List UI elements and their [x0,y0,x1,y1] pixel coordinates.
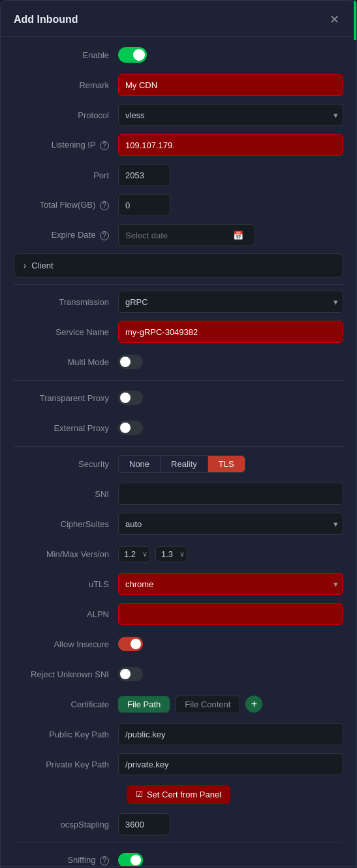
certificate-buttons: File Path File Content + [118,696,262,713]
port-row: Port [14,163,343,187]
modal-header: Add Inbound ✕ [1,1,356,37]
transmission-label: Transmission [14,297,118,307]
protocol-select[interactable]: vless [118,104,343,126]
modal-title: Add Inbound [14,14,78,25]
reject-unknown-sni-label: Reject Unknown SNI [14,669,118,679]
public-key-path-row: Public Key Path [14,722,343,746]
min-version-select[interactable]: 1.2 1.3 [118,546,150,562]
sniffing-toggle[interactable] [118,853,143,866]
remark-row: Remark [14,73,343,97]
listening-ip-label: Listening IP ? [14,140,118,150]
private-key-label: Private Key Path [14,760,118,769]
protocol-label: Protocol [14,110,118,120]
min-version-wrap: 1.2 1.3 [118,546,150,562]
ocsp-input[interactable] [118,813,170,835]
sni-input[interactable] [118,483,343,505]
security-tls-button[interactable]: TLS [208,456,245,472]
transparent-proxy-toggle[interactable] [118,391,143,405]
utls-label: uTLS [14,579,118,589]
listening-ip-info-icon: ? [100,141,109,150]
set-cert-label: Set Cert from Panel [147,790,221,799]
remark-input[interactable] [118,74,343,96]
private-key-input[interactable] [118,753,343,775]
external-proxy-row: External Proxy [14,416,343,440]
certificate-label: Certificate [14,699,118,709]
total-flow-label: Total Flow(GB) ? [14,200,118,210]
alpn-label: ALPN [14,609,118,619]
file-path-button[interactable]: File Path [118,696,170,713]
sniffing-info-icon: ? [100,856,109,865]
cipher-suites-label: CipherSuites [14,519,118,529]
add-inbound-modal: Add Inbound ✕ Enable Remark Protocol vle… [0,0,357,868]
allow-insecure-toggle[interactable] [118,637,143,651]
calendar-icon: 📅 [233,231,243,240]
enable-label: Enable [14,50,118,60]
protocol-row: Protocol vless ▾ [14,103,343,127]
service-name-label: Service Name [14,327,118,337]
ocsp-row: ocspStapling [14,812,343,836]
alpn-row: ALPN [14,602,343,626]
security-none-button[interactable]: None [119,456,160,472]
transparent-proxy-row: Transparent Proxy [14,386,343,410]
modal-close-button[interactable]: ✕ [326,11,343,28]
max-version-select[interactable]: 1.3 1.2 [155,546,187,562]
reject-unknown-sni-toggle[interactable] [118,667,143,681]
expire-date-label: Expire Date ? [14,230,118,240]
security-label: Security [14,459,118,469]
set-cert-row: ☑ Set Cert from Panel [14,782,343,806]
client-section: › Client [14,253,343,278]
remark-label: Remark [14,80,118,90]
alpn-input[interactable] [118,603,343,625]
listening-ip-input[interactable] [118,134,343,156]
external-proxy-toggle[interactable] [118,421,143,435]
cert-add-button[interactable]: + [245,696,262,713]
version-controls: 1.2 1.3 1.3 1.2 [118,546,187,562]
client-chevron-icon: › [23,261,26,270]
transmission-select[interactable]: gRPC [118,291,343,313]
sni-row: SNI [14,482,343,506]
checkbox-icon: ☑ [136,790,143,799]
total-flow-row: Total Flow(GB) ? [14,193,343,217]
total-flow-input[interactable] [118,194,170,216]
ocsp-label: ocspStapling [14,820,118,829]
transparent-proxy-label: Transparent Proxy [14,393,118,403]
transmission-row: Transmission gRPC ▾ [14,290,343,313]
security-reality-button[interactable]: Reality [160,456,208,472]
modal-body: Enable Remark Protocol vless ▾ Liste [1,37,356,866]
reject-unknown-sni-row: Reject Unknown SNI [14,662,343,686]
min-max-version-row: Min/Max Version 1.2 1.3 1.3 1.2 [14,542,343,566]
service-name-input[interactable] [118,321,343,343]
utls-row: uTLS chrome ▾ [14,572,343,596]
green-accent-bar [354,1,356,40]
allow-insecure-row: Allow Insecure [14,632,343,656]
allow-insecure-label: Allow Insecure [14,639,118,649]
enable-row: Enable [14,43,343,67]
service-name-row: Service Name [14,320,343,344]
multi-mode-label: Multi Mode [14,357,118,367]
port-label: Port [14,170,118,180]
sni-label: SNI [14,489,118,499]
cipher-suites-select[interactable]: auto [118,513,343,535]
sniffing-label: Sniffing ? [14,855,118,865]
protocol-select-wrap: vless ▾ [118,104,343,126]
min-max-label: Min/Max Version [14,549,118,559]
set-cert-button[interactable]: ☑ Set Cert from Panel [127,785,230,804]
multi-mode-toggle[interactable] [118,355,143,369]
enable-toggle[interactable] [118,47,147,63]
file-content-button[interactable]: File Content [175,696,240,713]
listening-ip-row: Listening IP ? [14,133,343,157]
expire-date-info-icon: ? [100,231,109,240]
total-flow-info-icon: ? [100,201,109,210]
utls-select-wrap: chrome ▾ [118,573,343,595]
private-key-path-row: Private Key Path [14,752,343,776]
utls-select[interactable]: chrome [118,573,343,595]
client-label: Client [31,261,53,270]
public-key-input[interactable] [118,723,343,745]
max-version-wrap: 1.3 1.2 [155,546,187,562]
cipher-suites-select-wrap: auto ▾ [118,513,343,535]
client-header[interactable]: › Client [23,261,334,270]
public-key-label: Public Key Path [14,730,118,739]
port-input[interactable] [118,164,170,186]
external-proxy-label: External Proxy [14,423,118,433]
security-row: Security None Reality TLS [14,452,343,475]
